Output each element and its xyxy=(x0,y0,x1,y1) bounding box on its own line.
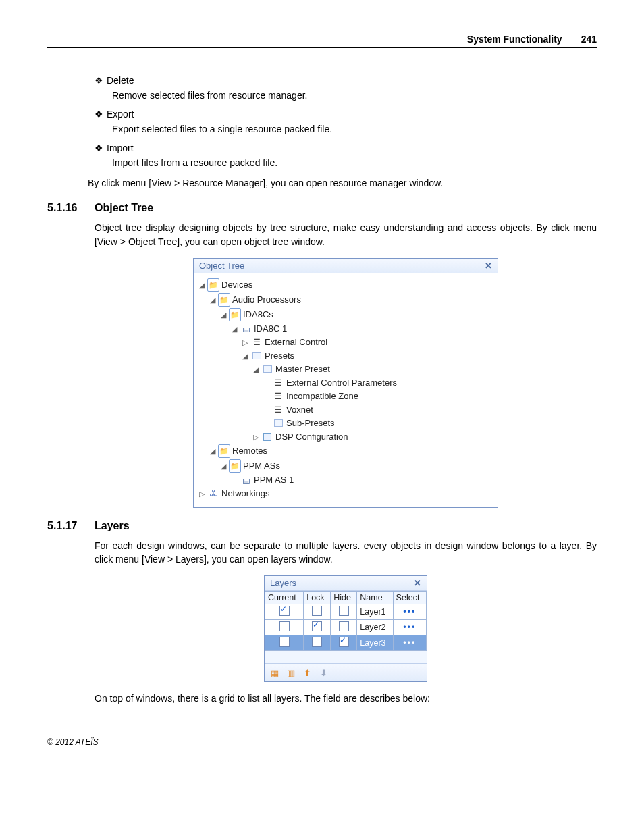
tree-node-label: Incompatible Zone xyxy=(286,390,358,402)
layer-name-cell: Layer1 xyxy=(357,604,393,620)
tree-node-label: Audio Processors xyxy=(232,294,301,306)
folder-icon: 📁 xyxy=(218,293,230,307)
tree-node-label: Devices xyxy=(221,279,252,291)
expand-toggle-icon[interactable]: ◢ xyxy=(196,279,207,291)
bullet-title: Import xyxy=(107,142,134,153)
tree-node-label: External Control xyxy=(265,336,327,348)
device-icon: 🖴 xyxy=(242,474,250,486)
folder-icon: 📁 xyxy=(207,278,219,292)
page-footer: © 2012 ATEÏS xyxy=(47,733,597,747)
expand-toggle-icon[interactable]: ◢ xyxy=(218,460,229,472)
move-up-icon[interactable]: ⬆ xyxy=(301,667,313,679)
checkbox[interactable] xyxy=(312,621,322,631)
bullet-item: ❖Delete xyxy=(95,75,597,86)
bullet-description: Import files from a resource packed file… xyxy=(112,157,597,168)
delete-layer-icon[interactable]: ▥ xyxy=(285,667,297,679)
section-title: Object Tree xyxy=(95,202,153,214)
item-icon: ☰ xyxy=(275,404,282,416)
layers-panel-titlebar: Layers ✕ xyxy=(265,576,427,591)
page-header: System Functionality 241 xyxy=(47,34,597,48)
checkbox[interactable] xyxy=(339,621,349,631)
tree-node[interactable]: ◢📁PPM ASs xyxy=(196,459,495,473)
preset-icon xyxy=(274,419,283,427)
object-tree-panel: Object Tree ✕ ◢📁Devices◢📁Audio Processor… xyxy=(193,258,498,508)
object-tree-description: Object tree display designing objects by… xyxy=(95,221,597,249)
device-icon: 🖴 xyxy=(242,323,250,335)
expand-toggle-icon[interactable]: ◢ xyxy=(240,350,250,362)
layer-name-cell: Layer2 xyxy=(357,620,393,635)
checkbox[interactable] xyxy=(279,637,290,647)
tree-node[interactable]: ◢Master Preset xyxy=(196,363,495,376)
layer-select-button[interactable]: ••• xyxy=(393,604,426,620)
expand-toggle-icon[interactable]: ◢ xyxy=(207,294,218,306)
tree-node[interactable]: ◢📁Devices xyxy=(196,278,495,292)
layer-row[interactable]: Layer1••• xyxy=(265,604,427,620)
tree-node[interactable]: 🖴PPM AS 1 xyxy=(196,473,495,487)
expand-toggle-icon[interactable]: ▷ xyxy=(196,488,207,500)
tree-node[interactable]: ◢📁Remotes xyxy=(196,444,495,459)
tree-node-label: Presets xyxy=(265,350,294,362)
layer-name-cell: Layer3 xyxy=(357,635,393,651)
checkbox[interactable] xyxy=(279,606,290,616)
section-heading-layers: 5.1.17 Layers xyxy=(47,520,597,532)
tree-node[interactable]: ◢📁IDA8Cs xyxy=(196,307,495,322)
preset-icon xyxy=(263,365,272,373)
expand-toggle-icon[interactable]: ◢ xyxy=(218,309,229,321)
bullet-icon: ❖ xyxy=(95,142,107,153)
layer-row[interactable]: Layer3••• xyxy=(265,635,427,651)
module-icon xyxy=(263,433,271,441)
expand-toggle-icon[interactable]: ▷ xyxy=(240,336,250,348)
object-tree-panel-title: Object Tree xyxy=(199,261,244,271)
bullet-description: Remove selected files from resource mana… xyxy=(112,90,597,101)
layers-column-header: Select xyxy=(393,592,426,604)
bullet-icon: ❖ xyxy=(95,109,107,120)
expand-toggle-icon[interactable]: ◢ xyxy=(250,363,261,375)
tree-node[interactable]: ☰External Control Parameters xyxy=(196,376,495,390)
tree-node[interactable]: ☰Voxnet xyxy=(196,403,495,417)
expand-toggle-icon[interactable]: ◢ xyxy=(229,323,240,335)
bullet-item: ❖Export xyxy=(95,109,597,120)
tree-node-label: Networkings xyxy=(221,488,270,500)
tree-node-label: External Control Parameters xyxy=(286,377,397,389)
resource-manager-open-note: By click menu [View > Resource Manager],… xyxy=(88,176,597,190)
header-section-title: System Functionality xyxy=(467,34,562,45)
tree-node[interactable]: ◢Presets xyxy=(196,349,495,363)
tree-node[interactable]: ◢📁Audio Processors xyxy=(196,292,495,307)
checkbox[interactable] xyxy=(312,606,322,616)
layer-select-button[interactable]: ••• xyxy=(393,620,426,635)
tree-node[interactable]: ◢🖴IDA8C 1 xyxy=(196,322,495,336)
bullet-icon: ❖ xyxy=(95,75,107,86)
item-icon: ☰ xyxy=(275,390,282,402)
layers-grid-note: On top of windows, there is a grid to li… xyxy=(95,692,597,705)
expand-toggle-icon[interactable]: ◢ xyxy=(207,445,218,457)
tree-node[interactable]: ▷☰External Control xyxy=(196,336,495,349)
tree-node-label: DSP Configuration xyxy=(275,431,348,443)
tree-node[interactable]: ☰Incompatible Zone xyxy=(196,390,495,403)
add-layer-icon[interactable]: ▦ xyxy=(269,667,281,679)
checkbox[interactable] xyxy=(312,637,322,647)
layers-column-header: Hide xyxy=(331,592,357,604)
tree-node[interactable]: ▷🖧Networkings xyxy=(196,487,495,500)
section-title: Layers xyxy=(95,520,130,532)
tree-node[interactable]: ▷DSP Configuration xyxy=(196,430,495,444)
layers-panel-title: Layers xyxy=(270,578,296,588)
checkbox[interactable] xyxy=(339,637,349,647)
layer-select-button[interactable]: ••• xyxy=(393,635,426,651)
expand-toggle-icon[interactable]: ▷ xyxy=(250,431,261,443)
move-down-icon[interactable]: ⬇ xyxy=(317,667,329,679)
tree-node[interactable]: Sub-Presets xyxy=(196,417,495,430)
close-icon[interactable]: ✕ xyxy=(414,578,421,588)
bullet-item: ❖Import xyxy=(95,142,597,153)
checkbox[interactable] xyxy=(339,606,349,616)
layer-row[interactable]: Layer2••• xyxy=(265,620,427,635)
tree-node-label: Master Preset xyxy=(275,363,330,375)
layers-description: For each design windows, can be separate… xyxy=(95,539,597,567)
checkbox[interactable] xyxy=(279,621,290,631)
layers-grid: CurrentLockHideNameSelect Layer1•••Layer… xyxy=(265,591,427,651)
bullet-title: Export xyxy=(107,109,134,120)
layers-column-header: Lock xyxy=(304,592,331,604)
preset-icon xyxy=(252,352,261,359)
object-tree-body: ◢📁Devices◢📁Audio Processors◢📁IDA8Cs◢🖴IDA… xyxy=(194,273,498,507)
tree-node-label: IDA8C 1 xyxy=(254,323,287,335)
close-icon[interactable]: ✕ xyxy=(485,261,492,271)
